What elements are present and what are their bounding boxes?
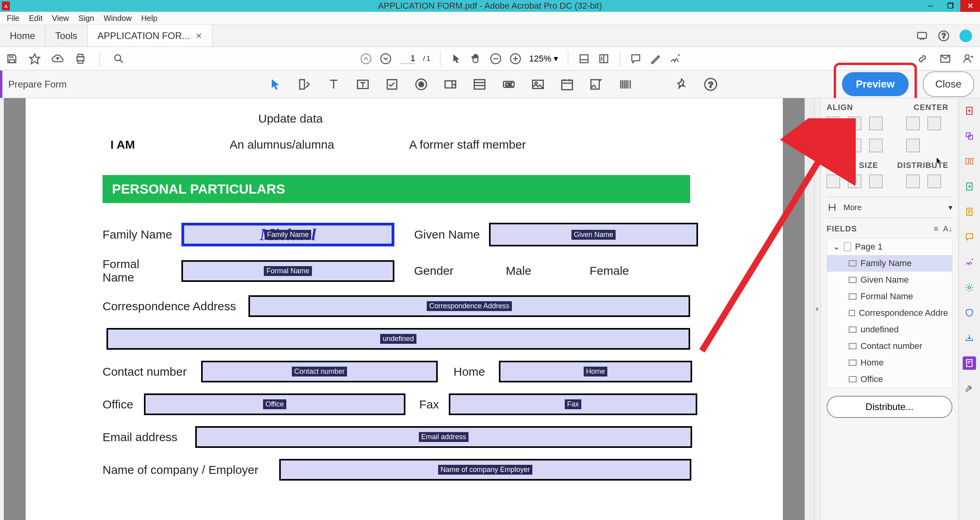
distribute-button[interactable]: Distribute... xyxy=(827,396,952,418)
match-height-icon[interactable] xyxy=(848,175,861,188)
comment-tool-icon[interactable] xyxy=(963,230,976,244)
align-center-icon[interactable] xyxy=(848,117,861,130)
menu-help[interactable]: Help xyxy=(136,12,162,25)
align-bottom-icon[interactable] xyxy=(869,139,883,152)
pointer-icon[interactable] xyxy=(450,53,462,65)
help-tool-icon[interactable]: ? xyxy=(704,77,718,91)
edit-tool-icon[interactable] xyxy=(297,77,312,91)
menu-window[interactable]: Window xyxy=(99,12,136,25)
wrench-icon[interactable] xyxy=(963,382,976,395)
prepare-form-tool-icon[interactable] xyxy=(963,356,976,370)
edit-pdf-icon[interactable] xyxy=(963,205,976,218)
share-icon[interactable] xyxy=(963,331,976,345)
organize-icon[interactable] xyxy=(963,155,976,168)
tree-page-1[interactable]: ⌄ Page 1 xyxy=(827,239,952,255)
more-tools-icon[interactable] xyxy=(963,281,976,294)
tree-item-correspondence[interactable]: Correspondence Addre xyxy=(827,305,952,321)
formal-name-field[interactable]: Formal Name xyxy=(181,260,394,282)
office-field[interactable]: Office xyxy=(144,393,405,415)
align-middle-icon[interactable] xyxy=(848,139,861,152)
align-top-icon[interactable] xyxy=(827,139,840,152)
date-field-icon[interactable] xyxy=(560,77,574,91)
match-both-icon[interactable] xyxy=(869,175,883,188)
zoom-out-icon[interactable] xyxy=(490,53,502,65)
create-pdf-icon[interactable] xyxy=(963,104,976,117)
page-number-input[interactable] xyxy=(399,53,415,64)
fax-field[interactable]: Fax xyxy=(449,393,697,415)
dropdown-icon[interactable] xyxy=(443,77,457,91)
close-tool-button[interactable]: Close xyxy=(923,71,974,97)
zoom-dropdown[interactable]: 125% ▾ xyxy=(529,54,558,64)
tab-document[interactable]: APPLICATION FOR... ✕ xyxy=(88,25,213,47)
pin-icon[interactable] xyxy=(674,77,689,91)
minimize-button[interactable]: ─ xyxy=(921,0,941,12)
star-icon[interactable] xyxy=(29,53,41,65)
preview-button[interactable]: Preview xyxy=(842,72,908,96)
tree-item-given-name[interactable]: Given Name xyxy=(827,272,952,288)
page-up-icon[interactable] xyxy=(360,53,372,65)
barcode-icon[interactable] xyxy=(618,77,633,91)
select-tool-icon[interactable] xyxy=(268,77,282,91)
comment-icon[interactable] xyxy=(630,53,642,65)
fit-page-icon[interactable] xyxy=(598,53,610,65)
tab-tools[interactable]: Tools xyxy=(45,25,88,47)
match-width-icon[interactable] xyxy=(827,175,840,188)
close-tab-icon[interactable]: ✕ xyxy=(196,31,202,41)
menu-view[interactable]: View xyxy=(47,12,74,25)
cloud-upload-icon[interactable] xyxy=(52,53,63,65)
distribute-horizontal-icon[interactable] xyxy=(906,175,920,188)
search-icon[interactable] xyxy=(113,53,125,65)
menu-edit[interactable]: Edit xyxy=(24,12,47,25)
save-icon[interactable] xyxy=(6,53,18,65)
tree-item-home[interactable]: Home xyxy=(827,354,952,371)
given-name-field[interactable]: Given Name xyxy=(489,223,698,246)
listbox-icon[interactable] xyxy=(472,77,487,91)
export-icon[interactable] xyxy=(963,180,976,193)
tree-item-formal-name[interactable]: Formal Name xyxy=(827,288,952,305)
sign-icon[interactable] xyxy=(669,53,681,65)
zoom-in-icon[interactable] xyxy=(510,53,521,65)
document-scrollbar[interactable] xyxy=(805,98,814,520)
combine-icon[interactable] xyxy=(963,129,976,143)
align-left-icon[interactable] xyxy=(827,117,840,130)
tree-item-family-name[interactable]: Family Name xyxy=(827,255,952,272)
company-field[interactable]: Name of company Employer xyxy=(279,459,691,481)
tree-item-contact[interactable]: Contact number xyxy=(827,338,952,354)
radio-icon[interactable] xyxy=(414,77,428,91)
print-icon[interactable] xyxy=(75,53,86,65)
user-avatar[interactable] xyxy=(959,30,972,42)
text-box-icon[interactable] xyxy=(356,77,370,91)
signature-field-icon[interactable] xyxy=(589,77,603,91)
undefined-field[interactable]: undefined xyxy=(106,328,690,350)
button-icon[interactable]: OK xyxy=(502,77,516,91)
more-dropdown[interactable]: More ▾ xyxy=(827,197,952,218)
maximize-button[interactable]: ❐ xyxy=(941,0,960,12)
help-icon[interactable]: ? xyxy=(938,30,950,42)
sort-icon[interactable]: ≡ xyxy=(931,224,941,233)
family-name-field[interactable]: Michael Family Name xyxy=(181,223,394,246)
text-field-icon[interactable] xyxy=(327,77,341,91)
checkbox-icon[interactable] xyxy=(385,77,399,91)
email-field[interactable]: Email address xyxy=(195,426,692,448)
az-sort-icon[interactable]: A↓ xyxy=(943,224,952,233)
home-field[interactable]: Home xyxy=(499,361,692,382)
align-right-icon[interactable] xyxy=(869,117,883,130)
menu-file[interactable]: File xyxy=(2,12,24,25)
distribute-vertical-icon[interactable] xyxy=(928,175,941,188)
page-down-icon[interactable] xyxy=(380,53,392,65)
tree-item-undefined[interactable]: undefined xyxy=(827,321,952,338)
menu-sign[interactable]: Sign xyxy=(74,12,99,25)
protect-icon[interactable] xyxy=(963,306,976,319)
center-horizontal-icon[interactable] xyxy=(906,117,920,130)
center-vertical-icon[interactable] xyxy=(928,117,941,130)
left-gutter[interactable] xyxy=(0,98,4,520)
highlight-icon[interactable] xyxy=(650,53,661,65)
panel-toggle[interactable] xyxy=(814,98,820,520)
document-pane[interactable]: Update data I AM An alumnus/alumna A for… xyxy=(4,98,805,520)
contact-number-field[interactable]: Contact number xyxy=(201,361,438,382)
hand-icon[interactable] xyxy=(470,53,482,65)
fill-sign-icon[interactable] xyxy=(963,255,976,269)
notification-icon[interactable] xyxy=(916,30,928,42)
center-both-icon[interactable] xyxy=(906,139,920,152)
close-window-button[interactable]: ✕ xyxy=(960,0,980,12)
